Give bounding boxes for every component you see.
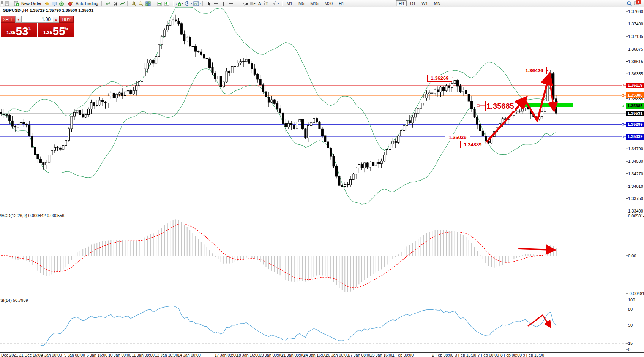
time-axis-label: 20 Jan 00:00 (259, 353, 283, 357)
panel-separator-macd[interactable] (0, 212, 644, 213)
rsi-axis-label: 0 (628, 347, 630, 352)
time-axis-label: 21 Jan 08:00 (281, 353, 305, 357)
price-tick: 1.37660 (628, 9, 643, 14)
price-line-label: 1.35531 (626, 111, 644, 116)
new-order-label: New Order (21, 1, 41, 6)
zoom-out-icon[interactable] (138, 1, 144, 6)
sell-price-box[interactable]: 1.35 53 1 (1, 23, 37, 37)
timeframe-m15[interactable]: M15 (308, 0, 321, 6)
trendline-tool-icon[interactable] (235, 1, 241, 6)
shapes-tool-icon[interactable] (271, 1, 277, 6)
notifications-icon[interactable]: 1 (634, 1, 639, 6)
price-line-label: 1.35685 (626, 103, 644, 109)
time-axis-label: 9 Feb 16:00 (523, 353, 544, 357)
sell-price-major: 1.35 (6, 30, 15, 35)
terminal-icon[interactable] (51, 1, 57, 6)
fibonacci-tool-glyph: F (253, 2, 255, 5)
sell-button[interactable]: SELL (1, 16, 15, 23)
line-chart-icon[interactable] (120, 1, 125, 6)
sell-price-pips: 53 (16, 26, 28, 36)
time-axis-label: 8 Feb 08:00 (500, 353, 522, 357)
indicators-dropdown[interactable]: ▾ (182, 2, 183, 5)
price-line-label: 1.36119 (626, 83, 644, 88)
crosshair-tool-icon[interactable] (213, 1, 219, 6)
timeframe-h1[interactable]: H1 (336, 0, 347, 6)
price-tick: 1.33750 (628, 196, 643, 201)
fibonacci-tool-icon[interactable]: F (249, 1, 255, 6)
notification-badge: 1 (636, 0, 641, 4)
autotrading-label: AutoTrading (76, 1, 98, 6)
new-order-icon (13, 1, 19, 6)
time-axis-label: 18 Jan 16:00 (237, 353, 260, 357)
timeframe-mn[interactable]: MN (431, 0, 443, 6)
time-axis-label: 10 Jan 00:00 (108, 353, 131, 357)
signals-icon[interactable] (58, 1, 64, 6)
time-axis-label: 7 Feb 00:00 (478, 353, 499, 357)
channel-tool-icon[interactable]: E (242, 1, 248, 6)
macd-axis-label: 0.00 (628, 254, 636, 258)
annotation-price-label: 1.36269 (427, 75, 452, 82)
indicators-icon[interactable] (175, 1, 181, 6)
label-tool-icon[interactable]: T (264, 1, 270, 6)
market-watch-icon[interactable] (44, 1, 50, 6)
volume-increase-button[interactable]: ▲ (53, 16, 59, 23)
timeframe-m5[interactable]: M5 (296, 0, 307, 6)
auto-scroll-icon[interactable] (157, 1, 163, 6)
timeframe-m30[interactable]: M30 (322, 0, 335, 6)
bar-chart-icon[interactable] (105, 1, 111, 6)
price-tick: 1.34530 (628, 159, 643, 163)
price-tick: 1.36615 (628, 59, 643, 64)
mt4-window: New Order AutoTrading (0, 0, 644, 357)
time-axis-label: 17 Jan 08:00 (215, 353, 238, 357)
timeframe-d1[interactable]: D1 (407, 0, 418, 6)
timeframe-h4[interactable]: H4 (396, 0, 407, 6)
chart-window-icon (4, 1, 10, 6)
time-axis-label: 12 Jan 16:00 (155, 353, 178, 357)
templates-icon[interactable] (193, 1, 199, 6)
templates-dropdown[interactable]: ▾ (200, 2, 201, 5)
periods-dropdown[interactable]: ▾ (191, 2, 192, 5)
shapes-dropdown[interactable]: ▾ (278, 2, 279, 5)
price-tick: 1.34010 (628, 184, 643, 189)
price-line-label: 1.35906 (626, 92, 644, 98)
time-axis-label: 1 Feb 00:00 (392, 353, 414, 357)
vline-tool-icon[interactable] (221, 1, 226, 6)
sell-price-point: 1 (28, 25, 31, 31)
time-axis-label: 24 Jan 16:00 (303, 353, 327, 357)
buy-price-box[interactable]: 1.35 55 6 (38, 23, 74, 37)
timeframe-m1[interactable]: M1 (284, 0, 295, 6)
buy-price-pips: 55 (52, 26, 65, 36)
price-tick: 1.34790 (628, 146, 643, 151)
time-axis-label: 14 Jan 00:00 (178, 353, 201, 357)
panel-separator-rsi[interactable] (0, 297, 644, 298)
buy-button[interactable]: BUY (59, 16, 74, 23)
macd-indicator-label: MACD(12,26,9) 0.000842 0.000556 (0, 213, 64, 218)
zoom-in-icon[interactable] (131, 1, 137, 6)
tile-windows-icon[interactable] (145, 1, 151, 6)
timeframe-w1[interactable]: W1 (419, 0, 431, 6)
volume-decrease-button[interactable]: ▼ (15, 16, 22, 23)
candlestick-icon[interactable] (112, 1, 118, 6)
chart-canvas[interactable] (0, 0, 644, 357)
search-icon[interactable] (627, 1, 632, 6)
rsi-axis-label: 15 (628, 341, 633, 346)
periods-clock-icon[interactable] (184, 1, 190, 6)
volume-input[interactable]: 1.00 (22, 16, 53, 23)
annotation-price-label: 1.36426 (522, 67, 547, 74)
price-tick: 1.36355 (628, 71, 643, 76)
autotrading-icon (68, 1, 73, 6)
time-axis-label: 31 Dec 16:00 (19, 353, 43, 357)
symbol-ohlc-header: GBPUSD-,H4 1.35729 1.35790 1.35509 1.355… (3, 8, 93, 13)
one-click-trading-widget: SELL ▼ 1.00 ▲ BUY 1.35 53 1 1.35 55 6 (1, 16, 74, 37)
cursor-tool-icon[interactable] (206, 1, 212, 6)
time-axis-label: 27 Jan 08:00 (348, 353, 371, 357)
toolbar-drag-handle[interactable] (1, 1, 3, 6)
text-tool-icon[interactable]: A (257, 1, 262, 6)
time-axis-label: 3 Feb 16:00 (455, 353, 476, 357)
autotrading-button[interactable]: AutoTrading (65, 0, 100, 7)
price-line-label: 1.35039 (626, 134, 644, 140)
new-order-button[interactable]: New Order (11, 0, 43, 7)
timeframe-bar: M1M5M15M30H1H4D1W1MN (284, 0, 444, 6)
hline-tool-icon[interactable] (228, 1, 234, 6)
chart-shift-icon[interactable] (164, 1, 170, 6)
